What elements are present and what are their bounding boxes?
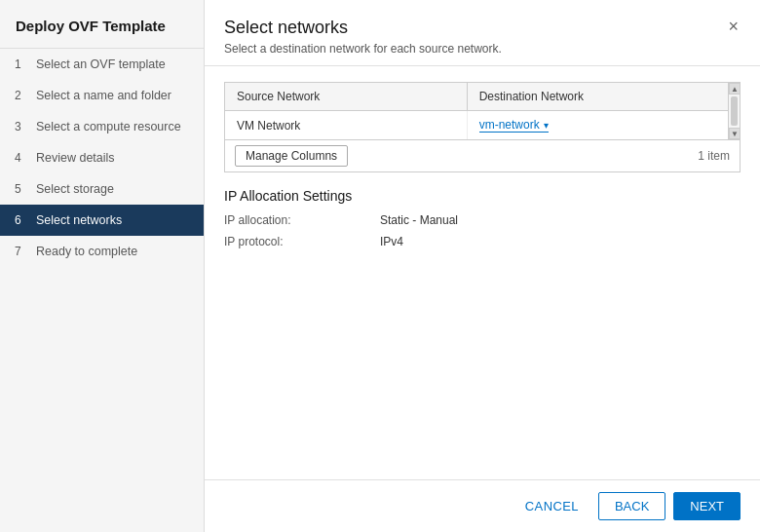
sidebar-item-1[interactable]: 1Select an OVF template	[0, 49, 204, 80]
cancel-button[interactable]: CANCEL	[513, 493, 590, 519]
next-button[interactable]: NEXT	[673, 492, 741, 520]
step-num: 5	[15, 182, 30, 196]
dest-network-select[interactable]: vm-network ▾	[479, 118, 549, 133]
page-subtitle: Select a destination network for each so…	[224, 42, 502, 56]
main-header: Select networks Select a destination net…	[205, 0, 760, 66]
network-table-body: VM Network vm-network ▾	[225, 111, 740, 140]
modal-footer: CANCEL BACK NEXT	[205, 479, 760, 532]
page-title: Select networks	[224, 18, 502, 38]
sidebar-item-label: Select storage	[36, 182, 114, 196]
step-num: 3	[15, 120, 30, 133]
step-num: 7	[15, 245, 30, 258]
sidebar-item-3[interactable]: 3Select a compute resource	[0, 111, 204, 142]
sidebar-item-4[interactable]: 4Review details	[0, 142, 204, 173]
source-network-cell: VM Network	[225, 111, 467, 140]
back-button[interactable]: BACK	[598, 492, 665, 520]
ip-field-value: IPv4	[380, 235, 403, 248]
sidebar-title: Deploy OVF Template	[0, 0, 204, 49]
main-panel: Select networks Select a destination net…	[205, 0, 760, 532]
ip-section-title: IP Allocation Settings	[224, 188, 741, 204]
network-table: Source Network Destination Network VM Ne…	[225, 83, 740, 139]
sidebar-nav: 1Select an OVF template2Select a name an…	[0, 49, 204, 267]
sidebar-item-label: Ready to complete	[36, 245, 137, 258]
sidebar-item-5[interactable]: 5Select storage	[0, 173, 204, 205]
chevron-down-icon: ▾	[544, 120, 549, 131]
table-footer: Manage Columns 1 item	[225, 139, 740, 171]
scrollbar-track[interactable]: ▲ ▼	[728, 83, 740, 139]
sidebar-item-6[interactable]: 6Select networks	[0, 205, 204, 236]
step-num: 6	[15, 213, 30, 227]
sidebar-item-7[interactable]: 7Ready to complete	[0, 236, 204, 267]
scroll-down-arrow[interactable]: ▼	[729, 128, 741, 139]
ip-field-row: IP protocol: IPv4	[224, 235, 741, 248]
sidebar-item-label: Select an OVF template	[36, 57, 166, 71]
table-header-row: Source Network Destination Network	[225, 83, 740, 111]
sidebar-item-label: Review details	[36, 151, 115, 165]
dest-network-cell[interactable]: vm-network ▾	[467, 111, 740, 140]
step-num: 4	[15, 151, 30, 165]
network-table-wrap: Source Network Destination Network VM Ne…	[224, 82, 741, 172]
ip-field-label: IP allocation:	[224, 213, 380, 227]
item-count: 1 item	[698, 149, 730, 163]
manage-columns-button[interactable]: Manage Columns	[235, 145, 348, 167]
col-header-dest: Destination Network	[467, 83, 740, 111]
close-button[interactable]: ×	[726, 18, 741, 35]
ip-fields: IP allocation: Static - Manual IP protoc…	[224, 213, 741, 248]
ip-field-row: IP allocation: Static - Manual	[224, 213, 741, 227]
sidebar-item-label: Select a name and folder	[36, 89, 171, 102]
col-header-source: Source Network	[225, 83, 467, 111]
table-row: VM Network vm-network ▾	[225, 111, 740, 140]
scroll-up-arrow[interactable]: ▲	[729, 83, 741, 95]
main-content: Source Network Destination Network VM Ne…	[205, 66, 760, 479]
ip-field-label: IP protocol:	[224, 235, 380, 248]
sidebar: Deploy OVF Template 1Select an OVF templ…	[0, 0, 205, 532]
dest-network-value: vm-network	[479, 118, 540, 132]
scroll-thumb[interactable]	[731, 96, 738, 126]
sidebar-item-label: Select networks	[36, 213, 122, 227]
step-num: 1	[15, 57, 30, 71]
deploy-ovf-modal: Deploy OVF Template 1Select an OVF templ…	[0, 0, 760, 532]
sidebar-item-2[interactable]: 2Select a name and folder	[0, 80, 204, 111]
sidebar-item-label: Select a compute resource	[36, 120, 181, 133]
step-num: 2	[15, 89, 30, 102]
ip-field-value: Static - Manual	[380, 213, 458, 227]
